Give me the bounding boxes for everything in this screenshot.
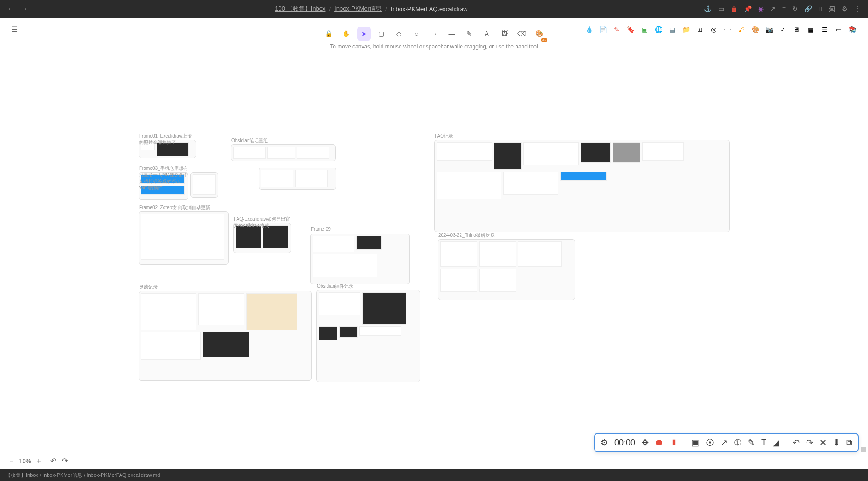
redo-button[interactable]: ↷ — [62, 457, 68, 465]
separator — [786, 437, 786, 448]
zoom-level[interactable]: 10% — [19, 457, 31, 464]
text-tool[interactable]: A — [480, 27, 494, 41]
rec-text-icon[interactable]: T — [761, 438, 766, 448]
frame-09[interactable]: Frame 09 — [310, 234, 410, 284]
frame-label: Frame03_手机仓库想有批量给一人MD任务多个文档打标签或者添加yaml的插… — [139, 165, 188, 191]
camera-icon[interactable]: 📷 — [765, 25, 774, 34]
sliders-icon[interactable]: ⎍ — [819, 5, 822, 12]
canvas-area[interactable]: ☰ 🔒 ✋ ➤ ▢ ◇ ○ → — ✎ A 🖼 ⌫ 🎨 💧 📄 ✎ 🔖 ▣ 🌐 … — [0, 18, 868, 469]
file-icon[interactable]: 📄 — [598, 25, 607, 34]
frame-03c[interactable] — [259, 168, 336, 190]
box-green-icon[interactable]: ▣ — [640, 25, 649, 34]
breadcrumb-2[interactable]: Inbox-PKMer信息 — [334, 5, 382, 13]
menu-icon[interactable]: ☰ — [11, 25, 18, 34]
frame-faq[interactable]: FAQ记录 — [434, 140, 730, 232]
rec-spotlight-icon[interactable]: ⦿ — [706, 438, 714, 448]
frame-label: FAQ记录 — [435, 133, 453, 139]
diamond-tool[interactable]: ◇ — [392, 27, 406, 41]
ellipse-tool[interactable]: ○ — [410, 27, 424, 41]
pin-icon[interactable]: 📌 — [744, 5, 752, 12]
status-path[interactable]: 【收集】Inbox / Inbox-PKMer信息 / Inbox-PKMerF… — [6, 472, 160, 479]
title-icons: ⚓ ▭ 🗑 📌 ◉ ↗ ≡ ↻ 🔗 ⎍ 🖼 ⚙ ⋮ — [704, 5, 861, 12]
refresh-icon[interactable]: ↻ — [792, 5, 798, 12]
hand-tool[interactable]: ✋ — [340, 27, 353, 41]
frame-inspire[interactable]: 灵感记录 — [139, 291, 312, 381]
layers-icon[interactable]: ≡ — [782, 5, 786, 12]
pen-tool[interactable]: ✎ — [462, 27, 476, 41]
present-icon[interactable]: ▭ — [834, 25, 843, 34]
nav-back-icon[interactable]: ← — [7, 5, 14, 12]
rec-move-icon[interactable]: ✥ — [642, 438, 649, 448]
palette-tool[interactable]: 🎨 — [533, 27, 546, 41]
zoom-in-button[interactable]: + — [36, 457, 41, 465]
card-icon[interactable]: ▤ — [668, 25, 677, 34]
frame-faq-excal[interactable]: FAQ-Excalidraw如何导出官方excalidraw格式 — [233, 223, 291, 253]
image-tool[interactable]: 🖼 — [498, 27, 511, 41]
rec-pause-button[interactable]: ⏸ — [670, 438, 678, 448]
delete-icon[interactable]: 🗑 — [731, 5, 737, 12]
drop-icon[interactable]: 💧 — [584, 25, 594, 34]
breadcrumb-sep: / — [385, 6, 387, 12]
rectangle-tool[interactable]: ▢ — [375, 27, 388, 41]
frame-thino[interactable]: 2024-03-22_Thino破解吃瓜 — [438, 239, 575, 300]
paint-icon[interactable]: 🎨 — [751, 25, 760, 34]
line-tool[interactable]: — — [445, 27, 459, 41]
link-icon[interactable]: 🔗 — [804, 5, 812, 12]
brush-icon[interactable]: 🖌 — [737, 25, 746, 34]
frame-label: FAQ-Excalidraw如何导出官方excalidraw格式 — [234, 216, 291, 229]
frame-02[interactable]: Frame02_Zotero如何取消自动更新 — [139, 211, 229, 265]
settings-icon[interactable]: ⚙ — [842, 5, 848, 12]
target-icon[interactable]: ◎ — [709, 25, 718, 34]
globe-icon[interactable]: 🌐 — [654, 25, 663, 34]
frame-03[interactable]: Frame03_手机仓库想有批量给一人MD任务多个文档打标签或者添加yaml的插… — [139, 172, 188, 200]
rec-download-icon[interactable]: ⬇ — [833, 438, 840, 448]
edit-red-icon[interactable]: ✎ — [612, 25, 621, 34]
nav-forward-icon[interactable]: → — [21, 5, 28, 12]
lock-tool[interactable]: 🔒 — [322, 27, 336, 41]
select-tool[interactable]: ➤ — [357, 27, 371, 41]
breadcrumb-1[interactable]: 100 【收集】Inbox — [275, 5, 325, 13]
separator — [685, 437, 685, 448]
arrow-tool[interactable]: → — [427, 27, 441, 41]
rec-close-icon[interactable]: ✕ — [819, 438, 826, 448]
rec-number-icon[interactable]: ① — [734, 438, 741, 448]
title-bar: ← → 100 【收集】Inbox / Inbox-PKMer信息 / Inbo… — [0, 0, 868, 18]
rec-frame-icon[interactable]: ▣ — [692, 438, 699, 448]
rec-record-button[interactable]: ⏺ — [655, 438, 663, 448]
rec-arrow-icon[interactable]: ↗ — [721, 438, 728, 448]
book-icon[interactable]: ▭ — [718, 5, 724, 12]
frame-obsidian-group[interactable]: Obsidian笔记重组 — [231, 144, 336, 161]
frame-03b[interactable] — [190, 172, 218, 198]
library-icon[interactable]: 📚 — [848, 25, 857, 34]
frame-label: 灵感记录 — [139, 284, 158, 290]
list-icon[interactable]: ☰ — [820, 25, 829, 34]
frame-01[interactable]: Frame01_Excalidraw上传的照片全部掉掉了 — [139, 140, 196, 158]
monitor-icon[interactable]: 🖥 — [792, 25, 801, 34]
rec-copy-icon[interactable]: ⧉ — [846, 438, 852, 448]
bookmark-icon[interactable]: 🔖 — [626, 25, 635, 34]
scan-icon[interactable]: ⊞ — [695, 25, 704, 34]
anchor-icon[interactable]: ⚓ — [704, 5, 712, 12]
rec-eraser-icon[interactable]: ◢ — [773, 438, 779, 448]
circle-icon[interactable]: ◉ — [758, 5, 764, 12]
undo-button[interactable]: ↶ — [50, 457, 56, 465]
image-icon[interactable]: 🖼 — [829, 5, 835, 12]
frame-label: Obsidian笔记重组 — [231, 138, 268, 144]
check-icon[interactable]: ✓ — [778, 25, 788, 34]
frame-plugin[interactable]: Obsidian插件记录 — [316, 290, 420, 382]
zoom-controls: − 10% + ↶ ↷ — [9, 457, 68, 465]
external-icon[interactable]: ↗ — [770, 5, 776, 12]
wave-icon[interactable]: 〰 — [723, 25, 732, 34]
more-icon[interactable]: ⋮ — [854, 5, 861, 12]
rec-redo-icon[interactable]: ↷ — [806, 438, 813, 448]
zoom-out-button[interactable]: − — [9, 457, 13, 465]
breadcrumb-3[interactable]: Inbox-PKMerFAQ.excalidraw — [391, 6, 468, 12]
recording-toolbar: ⚙ 00:00 ✥ ⏺ ⏸ ▣ ⦿ ↗ ① ✎ T ◢ ↶ ↷ ✕ ⬇ ⧉ — [594, 433, 859, 452]
rec-undo-icon[interactable]: ↶ — [793, 438, 800, 448]
folder-icon[interactable]: 📁 — [681, 25, 691, 34]
rec-settings-icon[interactable]: ⚙ — [601, 438, 608, 448]
rec-pen-icon[interactable]: ✎ — [748, 438, 755, 448]
layout-icon[interactable]: ▦ — [806, 25, 815, 34]
help-badge[interactable] — [861, 447, 866, 452]
eraser-tool[interactable]: ⌫ — [515, 27, 529, 41]
